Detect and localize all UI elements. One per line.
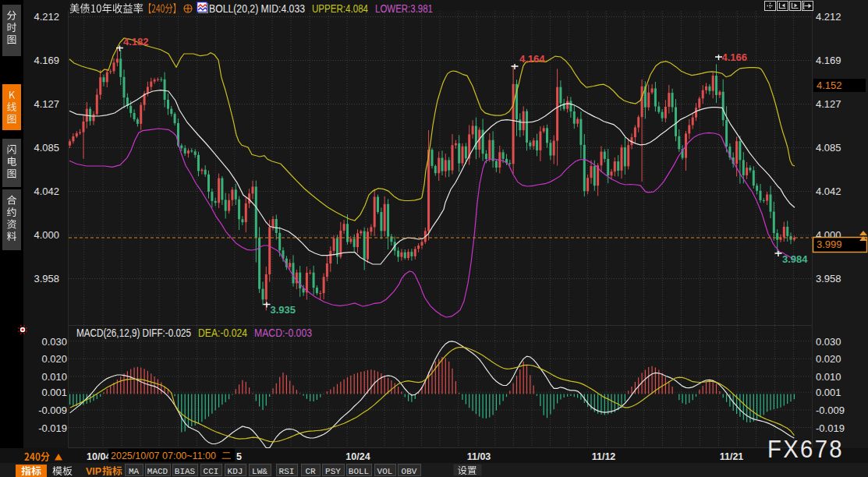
- svg-text:KDJ: KDJ: [228, 467, 243, 476]
- svg-text:0.010: 0.010: [41, 371, 67, 383]
- svg-text:LW&: LW&: [252, 467, 267, 476]
- svg-text:2025/10/07 07:00~11:00: 2025/10/07 07:00~11:00: [111, 450, 216, 461]
- svg-text:FX678: FX678: [767, 435, 844, 463]
- svg-text:3.984: 3.984: [782, 253, 808, 265]
- svg-text:11/03: 11/03: [467, 451, 491, 462]
- svg-text:0.030: 0.030: [816, 336, 841, 348]
- svg-text:-0.019: -0.019: [38, 422, 67, 434]
- svg-text:3.958: 3.958: [34, 273, 59, 284]
- svg-text:4.182: 4.182: [123, 36, 149, 48]
- svg-text:-0.019: -0.019: [816, 422, 845, 434]
- svg-text:MACD: MACD: [147, 467, 168, 476]
- svg-text:3.958: 3.958: [816, 273, 841, 284]
- svg-text:4.127: 4.127: [816, 98, 841, 110]
- svg-text:PSY: PSY: [325, 467, 341, 476]
- svg-text:VIP: VIP: [86, 466, 101, 477]
- svg-text:CR: CR: [305, 467, 316, 476]
- svg-text:BIAS: BIAS: [175, 467, 196, 476]
- svg-text:VOL: VOL: [377, 467, 393, 476]
- svg-text:4.212: 4.212: [816, 11, 841, 23]
- svg-text:MACD:-0.003: MACD:-0.003: [254, 327, 312, 339]
- svg-text:4.042: 4.042: [34, 186, 59, 197]
- svg-text:4.152: 4.152: [817, 80, 842, 91]
- svg-text:0.001: 0.001: [816, 387, 841, 398]
- svg-text:MA: MA: [129, 467, 140, 476]
- svg-text:4.127: 4.127: [34, 98, 59, 110]
- svg-text:4.169: 4.169: [34, 55, 59, 66]
- svg-text:3.935: 3.935: [271, 304, 296, 316]
- svg-text:5: 5: [236, 451, 242, 462]
- svg-text:-0.009: -0.009: [38, 405, 67, 416]
- svg-text:4.164: 4.164: [519, 53, 545, 65]
- svg-text:MACD(26,12,9) DIFF:-0.025: MACD(26,12,9) DIFF:-0.025: [76, 327, 191, 339]
- svg-text:DEA:-0.024: DEA:-0.024: [198, 327, 247, 339]
- svg-text:0.030: 0.030: [41, 336, 67, 348]
- svg-text:3.999: 3.999: [817, 238, 842, 250]
- svg-text:CCI: CCI: [204, 467, 219, 476]
- svg-text:4.169: 4.169: [816, 55, 841, 66]
- svg-text:4.085: 4.085: [34, 142, 59, 154]
- svg-text:-0.009: -0.009: [816, 405, 845, 416]
- svg-text:0.020: 0.020: [816, 353, 841, 365]
- svg-text:BOLL(20,2) MID:4.033: BOLL(20,2) MID:4.033: [209, 2, 305, 15]
- svg-text:4.212: 4.212: [34, 11, 59, 23]
- svg-text:4.085: 4.085: [816, 142, 841, 154]
- svg-text:0.001: 0.001: [41, 387, 67, 398]
- svg-text:RSI: RSI: [279, 467, 295, 476]
- svg-text:0.010: 0.010: [816, 371, 841, 383]
- svg-text:0.020: 0.020: [41, 353, 67, 365]
- svg-text:4.042: 4.042: [816, 186, 841, 197]
- svg-text:BOLL: BOLL: [349, 467, 369, 476]
- svg-text:11/21: 11/21: [720, 451, 744, 462]
- svg-text:LOWER:3.981: LOWER:3.981: [375, 2, 433, 15]
- svg-text:UPPER:4.084: UPPER:4.084: [312, 2, 368, 15]
- svg-text:4.000: 4.000: [34, 229, 59, 241]
- svg-text:10/24: 10/24: [345, 451, 370, 462]
- svg-text:11/12: 11/12: [592, 451, 616, 462]
- svg-text:OBV: OBV: [402, 467, 417, 476]
- svg-text:4.166: 4.166: [722, 51, 748, 63]
- svg-text:10/04: 10/04: [87, 451, 111, 462]
